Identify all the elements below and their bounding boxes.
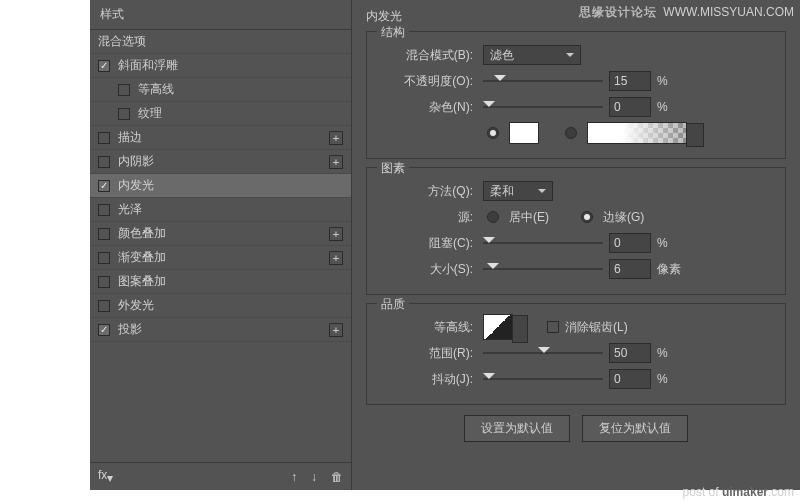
technique-select[interactable]: 柔和 xyxy=(483,181,553,201)
make-default-button[interactable]: 设置为默认值 xyxy=(464,415,570,442)
noise-label: 杂色(N): xyxy=(379,99,473,116)
choke-input[interactable]: 0 xyxy=(609,233,651,253)
source-edge-label: 边缘(G) xyxy=(603,209,644,226)
size-label: 大小(S): xyxy=(379,261,473,278)
contour-label: 等高线: xyxy=(379,319,473,336)
arrow-up-icon[interactable]: ↑ xyxy=(291,470,297,484)
style-checkbox[interactable] xyxy=(98,252,110,264)
style-row-9[interactable]: 图案叠加 xyxy=(90,270,351,294)
style-label: 斜面和浮雕 xyxy=(118,57,343,74)
style-checkbox[interactable] xyxy=(98,300,110,312)
opacity-label: 不透明度(O): xyxy=(379,73,473,90)
reset-default-button[interactable]: 复位为默认值 xyxy=(582,415,688,442)
size-input[interactable]: 6 xyxy=(609,259,651,279)
range-label: 范围(R): xyxy=(379,345,473,362)
style-label: 颜色叠加 xyxy=(118,225,329,242)
arrow-down-icon[interactable]: ↓ xyxy=(311,470,317,484)
style-label: 外发光 xyxy=(118,297,343,314)
style-row-1[interactable]: 等高线 xyxy=(90,78,351,102)
style-row-10[interactable]: 外发光 xyxy=(90,294,351,318)
style-label: 渐变叠加 xyxy=(118,249,329,266)
group-legend: 图素 xyxy=(377,160,409,177)
antialias-checkbox[interactable] xyxy=(547,321,559,333)
opacity-input[interactable]: 15 xyxy=(609,71,651,91)
elements-group: 图素 方法(Q): 柔和 源: 居中(E) 边缘(G) 阻塞(C): 0 % 大… xyxy=(366,167,786,295)
style-checkbox[interactable] xyxy=(98,156,110,168)
add-instance-icon[interactable]: + xyxy=(329,227,343,241)
quality-group: 品质 等高线: 消除锯齿(L) 范围(R): 50 % 抖动(J): 0 % xyxy=(366,303,786,405)
jitter-slider[interactable] xyxy=(483,372,603,386)
source-center-radio[interactable] xyxy=(487,211,499,223)
style-checkbox[interactable] xyxy=(118,108,130,120)
fx-icon[interactable]: fx▾ xyxy=(98,468,113,485)
opacity-slider[interactable] xyxy=(483,74,603,88)
blend-mode-select[interactable]: 滤色 xyxy=(483,45,581,65)
choke-slider[interactable] xyxy=(483,236,603,250)
range-slider[interactable] xyxy=(483,346,603,360)
noise-input[interactable]: 0 xyxy=(609,97,651,117)
jitter-unit: % xyxy=(657,372,683,386)
footer-credit: post of uimaker.com xyxy=(683,485,794,499)
style-row-7[interactable]: 颜色叠加+ xyxy=(90,222,351,246)
style-label: 等高线 xyxy=(138,81,343,98)
antialias-label: 消除锯齿(L) xyxy=(565,319,628,336)
add-instance-icon[interactable]: + xyxy=(329,323,343,337)
source-edge-radio[interactable] xyxy=(581,211,593,223)
add-instance-icon[interactable]: + xyxy=(329,155,343,169)
style-checkbox[interactable] xyxy=(98,276,110,288)
effect-settings-panel: 内发光 结构 混合模式(B): 滤色 不透明度(O): 15 % 杂色(N): … xyxy=(352,0,800,490)
source-center-label: 居中(E) xyxy=(509,209,549,226)
style-checkbox[interactable] xyxy=(98,60,110,72)
contour-picker[interactable] xyxy=(483,314,513,340)
structure-group: 结构 混合模式(B): 滤色 不透明度(O): 15 % 杂色(N): 0 % xyxy=(366,31,786,159)
style-row-0[interactable]: 斜面和浮雕 xyxy=(90,54,351,78)
blending-options-row[interactable]: 混合选项 xyxy=(90,30,351,54)
style-row-2[interactable]: 纹理 xyxy=(90,102,351,126)
style-label: 纹理 xyxy=(138,105,343,122)
style-label: 光泽 xyxy=(118,201,343,218)
style-row-3[interactable]: 描边+ xyxy=(90,126,351,150)
size-unit: 像素 xyxy=(657,261,683,278)
style-checkbox[interactable] xyxy=(118,84,130,96)
style-label: 描边 xyxy=(118,129,329,146)
noise-unit: % xyxy=(657,100,683,114)
choke-unit: % xyxy=(657,236,683,250)
style-checkbox[interactable] xyxy=(98,324,110,336)
styles-header: 样式 xyxy=(90,0,351,30)
blend-mode-label: 混合模式(B): xyxy=(379,47,473,64)
style-checkbox[interactable] xyxy=(98,204,110,216)
watermark: 思缘设计论坛WWW.MISSYUAN.COM xyxy=(579,4,794,21)
color-solid-radio[interactable] xyxy=(487,127,499,139)
opacity-unit: % xyxy=(657,74,683,88)
source-label: 源: xyxy=(379,209,473,226)
style-row-11[interactable]: 投影+ xyxy=(90,318,351,342)
style-label: 内阴影 xyxy=(118,153,329,170)
style-label: 投影 xyxy=(118,321,329,338)
noise-slider[interactable] xyxy=(483,100,603,114)
style-checkbox[interactable] xyxy=(98,228,110,240)
gradient-picker[interactable] xyxy=(587,122,687,144)
technique-label: 方法(Q): xyxy=(379,183,473,200)
group-legend: 结构 xyxy=(377,24,409,41)
list-footer-bar: fx▾ ↑ ↓ 🗑 xyxy=(90,462,351,490)
jitter-input[interactable]: 0 xyxy=(609,369,651,389)
style-row-6[interactable]: 光泽 xyxy=(90,198,351,222)
choke-label: 阻塞(C): xyxy=(379,235,473,252)
color-swatch[interactable] xyxy=(509,122,539,144)
size-slider[interactable] xyxy=(483,262,603,276)
style-checkbox[interactable] xyxy=(98,132,110,144)
style-row-4[interactable]: 内阴影+ xyxy=(90,150,351,174)
styles-list-panel: 样式 混合选项 斜面和浮雕等高线纹理描边+内阴影+内发光光泽颜色叠加+渐变叠加+… xyxy=(90,0,352,490)
style-row-8[interactable]: 渐变叠加+ xyxy=(90,246,351,270)
range-input[interactable]: 50 xyxy=(609,343,651,363)
add-instance-icon[interactable]: + xyxy=(329,131,343,145)
layer-style-dialog: 样式 混合选项 斜面和浮雕等高线纹理描边+内阴影+内发光光泽颜色叠加+渐变叠加+… xyxy=(90,0,800,490)
style-row-5[interactable]: 内发光 xyxy=(90,174,351,198)
style-label: 内发光 xyxy=(118,177,343,194)
style-checkbox[interactable] xyxy=(98,180,110,192)
jitter-label: 抖动(J): xyxy=(379,371,473,388)
range-unit: % xyxy=(657,346,683,360)
color-gradient-radio[interactable] xyxy=(565,127,577,139)
trash-icon[interactable]: 🗑 xyxy=(331,470,343,484)
add-instance-icon[interactable]: + xyxy=(329,251,343,265)
